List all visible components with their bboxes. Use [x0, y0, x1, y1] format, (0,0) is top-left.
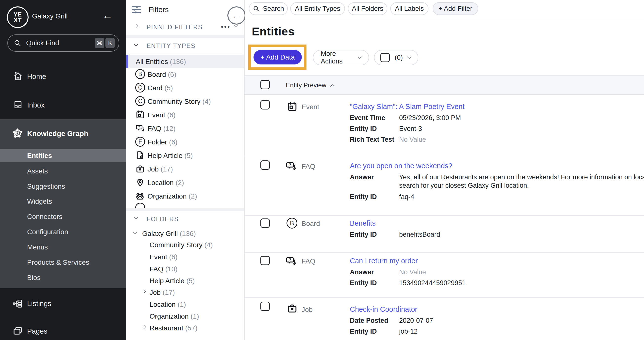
sidebar-item-knowledge-graph[interactable]: Knowledge Graph: [27, 130, 88, 138]
entity-link[interactable]: Benefits: [350, 219, 376, 227]
header-checkbox[interactable]: [260, 80, 270, 89]
back-arrow-icon: ←: [232, 11, 241, 20]
row-checkbox[interactable]: [260, 302, 270, 311]
all-folders-pill[interactable]: All Folders: [348, 2, 387, 15]
folder-restaurant[interactable]: Restaurant (57): [150, 324, 198, 332]
sidebar-item-products-services[interactable]: Products & Services: [27, 259, 89, 266]
app-root: YE XT Galaxy Grill ← Quick Find ⌘ K Home…: [0, 0, 644, 340]
pinned-filters-header[interactable]: PINNED FILTERS: [146, 24, 203, 31]
entity-preview-sort[interactable]: Entity Preview: [286, 81, 334, 89]
field-value: job-12: [399, 328, 418, 335]
search-icon: [13, 39, 22, 47]
sidebar-item-bios[interactable]: Bios: [27, 274, 40, 282]
folders-header[interactable]: FOLDERS: [146, 215, 179, 223]
folder-galaxy-grill[interactable]: Galaxy Grill (136): [142, 230, 196, 238]
entity-link[interactable]: "Galaxy Slam": A Slam Poetry Event: [350, 103, 464, 111]
folder-help-article[interactable]: Help Article (5): [150, 277, 195, 285]
field-label: Date Posted: [350, 317, 388, 325]
row-checkbox[interactable]: [260, 256, 270, 265]
sidebar-item-assets[interactable]: Assets: [27, 167, 48, 175]
field-value: Event-3: [399, 125, 422, 133]
entity-link[interactable]: Are you open on the weekends?: [350, 162, 452, 170]
entity-types-collapse-icon[interactable]: [134, 42, 138, 46]
entity-type-all-entities[interactable]: All Entities (136): [136, 58, 186, 66]
field-value: 153490244459029951: [399, 279, 466, 287]
field-label: Entity ID: [350, 231, 377, 238]
row-entity-type: Board: [302, 220, 320, 228]
sidebar-item-pages[interactable]: Pages: [27, 327, 47, 335]
logo-text-bottom: XT: [14, 17, 22, 23]
inbox-icon: [12, 99, 24, 111]
entity-type-help-article[interactable]: Help Article (5): [148, 152, 193, 160]
help-article-type-icon: ?: [135, 150, 145, 160]
pinned-filters-more-icon[interactable]: •••: [221, 23, 230, 31]
folder-community-story[interactable]: Community Story (4): [150, 241, 213, 249]
quick-find-placeholder: Quick Find: [26, 39, 59, 47]
field-value: 05/23/2026, 3:00 PM: [399, 114, 461, 122]
sidebar-item-home[interactable]: Home: [27, 73, 46, 81]
field-label: Entity ID: [350, 328, 377, 335]
sidebar-item-suggestions[interactable]: Suggestions: [27, 182, 65, 190]
row-checkbox[interactable]: [260, 100, 270, 110]
folder-location[interactable]: Location (1): [150, 301, 186, 309]
entity-type-card[interactable]: Card (5): [148, 84, 173, 92]
entity-types-header[interactable]: ENTITY TYPES: [146, 42, 196, 49]
sidebar-item-widgets[interactable]: Widgets: [27, 197, 52, 205]
folders-collapse-icon[interactable]: [134, 215, 138, 220]
entity-type-organization[interactable]: Organization (2): [148, 192, 197, 200]
more-actions-button[interactable]: More Actions: [313, 50, 369, 65]
entity-type-community-story[interactable]: Community Story (4): [148, 98, 211, 106]
field-value: search for your closest Galaxy Grill loc…: [399, 182, 529, 189]
entity-type-event[interactable]: Event (6): [148, 111, 176, 119]
home-icon: [12, 71, 24, 82]
folder-event[interactable]: Event (6): [150, 253, 178, 261]
yext-logo[interactable]: YE XT: [7, 6, 28, 28]
galaxy-grill-folder-collapse-icon[interactable]: [133, 230, 138, 234]
sidebar-item-connectors[interactable]: Connectors: [27, 213, 62, 221]
job-folder-expand-icon[interactable]: [142, 289, 146, 294]
sidebar-item-listings[interactable]: Listings: [27, 300, 51, 308]
field-label: Answer: [350, 268, 374, 276]
faq-type-icon: ?: [286, 161, 297, 172]
quick-find-input[interactable]: Quick Find ⌘ K: [8, 34, 119, 52]
select-all-checkbox[interactable]: [380, 53, 390, 62]
restaurant-folder-expand-icon[interactable]: [142, 325, 146, 329]
clipped-entity-type-icon: [135, 203, 145, 208]
row-checkbox[interactable]: [260, 161, 270, 170]
sidebar-item-entities[interactable]: Entities: [27, 152, 52, 160]
entity-type-job[interactable]: Job (17): [148, 165, 173, 173]
entity-type-board[interactable]: Board (6): [148, 71, 176, 78]
sidebar-item-menus[interactable]: Menus: [27, 243, 48, 251]
row-entity-type: Event: [302, 103, 319, 111]
pinned-filters-expand-icon[interactable]: [134, 24, 139, 28]
search-pill[interactable]: Search: [249, 2, 288, 15]
folder-organization[interactable]: Organization (1): [150, 313, 199, 320]
sidebar-item-inbox[interactable]: Inbox: [27, 101, 44, 109]
folder-job[interactable]: Job (17): [150, 289, 175, 297]
entity-type-location[interactable]: Location (2): [148, 179, 184, 187]
row-checkbox[interactable]: [260, 218, 270, 228]
entity-type-folder[interactable]: Folder (6): [148, 138, 178, 146]
row-divider: [245, 297, 644, 298]
sidebar-item-configuration[interactable]: Configuration: [27, 228, 68, 236]
filters-icon: [130, 4, 142, 15]
entity-link[interactable]: Can I return my order: [350, 257, 418, 265]
svg-text:?: ?: [141, 156, 142, 159]
row-divider: [245, 156, 644, 156]
selected-indicator-bar: [126, 55, 128, 68]
row-entity-type: FAQ: [302, 163, 315, 170]
add-filter-pill[interactable]: + Add Filter: [432, 2, 478, 15]
field-value: 2020-07-07: [399, 317, 433, 325]
all-entity-types-pill[interactable]: All Entity Types: [290, 2, 345, 15]
chevron-down-icon: [407, 55, 412, 59]
entity-link[interactable]: Check-in Coordinator: [350, 305, 417, 314]
row-divider: [245, 215, 644, 216]
field-label: Event Time: [350, 114, 385, 122]
all-labels-pill[interactable]: All Labels: [390, 2, 428, 15]
sidebar-collapse-icon[interactable]: ←: [102, 10, 112, 21]
entity-type-faq[interactable]: FAQ (12): [148, 125, 176, 133]
add-data-button[interactable]: + Add Data: [254, 50, 302, 64]
collapse-filters-button[interactable]: ←: [228, 6, 246, 25]
folder-faq[interactable]: FAQ (10): [150, 265, 178, 273]
selection-count-button[interactable]: (0): [374, 50, 418, 65]
